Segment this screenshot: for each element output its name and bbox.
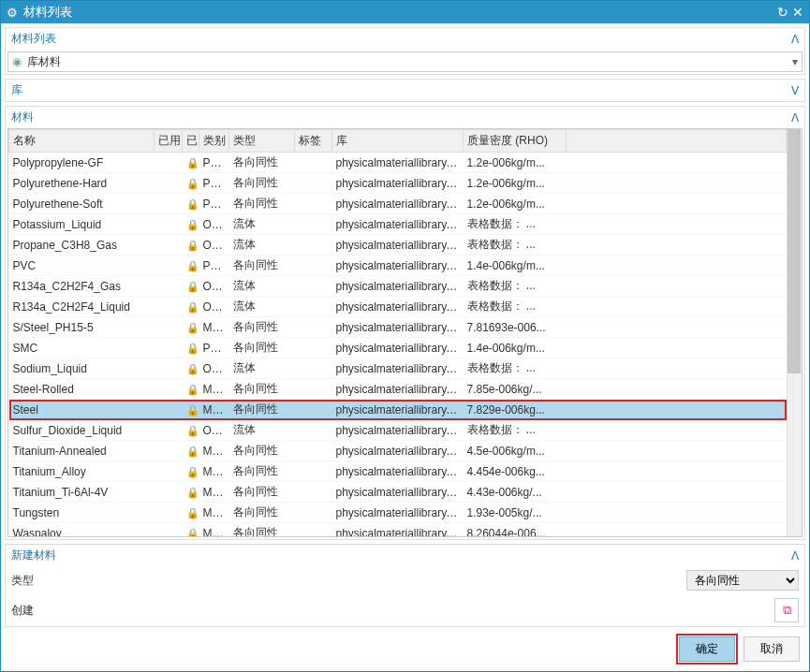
table-row[interactable]: Sulfur_Dioxide_Liquid🔒OT...流体physicalmat… [9,420,787,441]
cell-tag [295,214,332,235]
table-row[interactable]: Titanium-Annealed🔒ME...各向同性physicalmater… [9,441,787,461]
cell-density: 表格数据： ... [464,235,567,256]
cell-lock: 🔒 [183,153,199,173]
section-header-new[interactable]: 新建材料 ᐱ [6,545,804,566]
col-category[interactable]: 类别 [199,130,229,153]
section-label: 库 [11,82,791,98]
cell-lock: 🔒 [183,214,199,235]
refresh-icon[interactable]: ↻ [777,5,788,20]
cell-category: ME... [199,503,229,523]
table-row[interactable]: Tungsten🔒ME...各向同性physicalmateriallibrar… [9,503,787,523]
cell-type: 各向同性 [229,153,295,173]
lock-icon: 🔒 [186,218,199,231]
table-row[interactable]: Polypropylene-GF🔒PL...各向同性physicalmateri… [9,153,787,173]
table-row[interactable]: Potassium_Liquid🔒OT...流体physicalmaterial… [9,214,787,235]
cell-used [155,317,183,338]
cell-library: physicalmateriallibrary.xml [332,317,464,338]
table-row[interactable]: SMC🔒PL...各向同性physicalmateriallibrary.xml… [9,338,787,358]
create-label: 创建 [11,603,86,619]
lock-icon: 🔒 [186,280,199,293]
cell-type: 流体 [229,276,295,297]
cell-type: 流体 [229,214,295,235]
table-row[interactable]: Steel-Rolled🔒ME...各向同性physicalmaterialli… [9,379,787,400]
cancel-button[interactable]: 取消 [744,636,800,662]
table-row[interactable]: Propane_C3H8_Gas🔒OT...流体physicalmaterial… [9,235,787,256]
dialog-body: 材料列表 ᐱ ◉ 库材料 ▾ 库 ᐯ 材料 ᐱ [1,23,809,671]
lock-icon: 🔒 [186,239,199,252]
table-row[interactable]: Titanium_Ti-6Al-4V🔒ME...各向同性physicalmate… [9,482,787,503]
section-header-materials[interactable]: 材料 ᐱ [6,107,804,128]
col-lock[interactable]: 已 [183,130,199,153]
col-tag[interactable]: 标签 [295,130,332,153]
cell-library: physicalmateriallibrary.xml [332,461,464,482]
cell-tag [295,523,332,537]
cell-density: 1.2e-006kg/m... [464,194,567,214]
cell-used [155,297,183,317]
material-list-dialog: ⚙ 材料列表 ↻ ✕ 材料列表 ᐱ ◉ 库材料 ▾ 库 ᐯ 材料 [0,0,810,672]
close-icon[interactable]: ✕ [792,5,803,20]
lock-icon: 🔒 [186,424,199,437]
cell-name: Propane_C3H8_Gas [9,235,155,256]
cell-name: PVC [9,256,155,276]
cell-spacer [567,297,787,317]
col-type[interactable]: 类型 [229,130,295,153]
cell-lock: 🔒 [183,276,199,297]
col-spacer [567,130,787,153]
lock-icon: 🔒 [186,259,199,272]
cell-category: OT... [199,276,229,297]
table-row[interactable]: Waspaloy🔒ME...各向同性physicalmateriallibrar… [9,523,787,537]
table-row[interactable]: Titanium_Alloy🔒ME...各向同性physicalmaterial… [9,461,787,482]
cell-spacer [567,379,787,400]
table-row[interactable]: Polyurethene-Soft🔒PL...各向同性physicalmater… [9,194,787,214]
cell-name: Polyurethene-Soft [9,194,155,214]
lock-icon: 🔒 [186,445,199,458]
cell-used [155,338,183,358]
cell-density: 表格数据： ... [464,276,567,297]
lock-icon: 🔒 [186,362,199,375]
table-row[interactable]: Polyurethene-Hard🔒PL...各向同性physicalmater… [9,173,787,194]
cell-category: OT... [199,214,229,235]
create-button[interactable]: ⧉ [774,598,799,622]
cell-density: 表格数据： ... [464,297,567,317]
section-header-library[interactable]: 库 ᐯ [6,80,804,101]
col-library[interactable]: 库 [332,130,464,153]
col-name[interactable]: 名称 [9,130,155,153]
table-row[interactable]: PVC🔒PL...各向同性physicalmateriallibrary.xml… [9,256,787,276]
cell-tag [295,400,332,420]
cell-spacer [567,420,787,441]
cell-category: OT... [199,235,229,256]
cell-lock: 🔒 [183,297,199,317]
cell-type: 流体 [229,235,295,256]
cell-spacer [567,153,787,173]
cell-lock: 🔒 [183,482,199,503]
cell-spacer [567,461,787,482]
col-density[interactable]: 质量密度 (RHO) [464,130,567,153]
dropdown-text: 库材料 [27,54,792,70]
scrollbar-thumb[interactable] [788,129,801,373]
table-row[interactable]: S/Steel_PH15-5🔒ME...各向同性physicalmaterial… [9,317,787,338]
cell-type: 各向同性 [229,503,295,523]
cell-name: Potassium_Liquid [9,214,155,235]
scrollbar-track[interactable] [787,129,802,536]
lock-icon: 🔒 [186,177,199,190]
section-header-list[interactable]: 材料列表 ᐱ [6,28,804,50]
table-row[interactable]: R134a_C2H2F4_Gas🔒OT...流体physicalmaterial… [9,276,787,297]
cell-tag [295,379,332,400]
library-material-dropdown[interactable]: ◉ 库材料 ▾ [7,51,803,72]
cell-name: Sulfur_Dioxide_Liquid [9,420,155,441]
table-row[interactable]: Sodium_Liquid🔒OT...流体physicalmateriallib… [9,358,787,379]
table-row[interactable]: Steel🔒ME...各向同性physicalmateriallibrary.x… [9,400,787,420]
cell-library: physicalmateriallibrary.xml [332,276,464,297]
table-row[interactable]: R134a_C2H2F4_Liquid🔒OT...流体physicalmater… [9,297,787,317]
cell-density: 1.2e-006kg/m... [464,173,567,194]
cell-category: PL... [199,194,229,214]
chevron-down-icon: ᐯ [791,84,799,97]
ok-button[interactable]: 确定 [679,636,735,662]
col-used[interactable]: 已用 [155,130,183,153]
cell-lock: 🔒 [183,256,199,276]
dialog-footer: 确定 取消 [5,631,805,667]
cell-name: Steel-Rolled [9,379,155,400]
type-select[interactable]: 各向同性 [686,570,799,591]
section-label: 材料 [11,110,791,125]
cell-tag [295,338,332,358]
